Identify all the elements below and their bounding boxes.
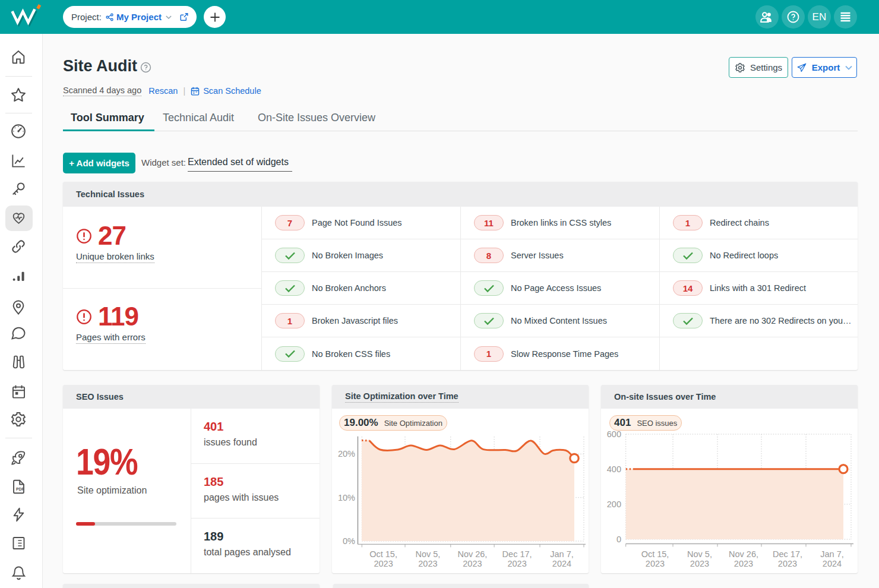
svg-text:Nov 5,: Nov 5, bbox=[415, 549, 440, 559]
svg-text:20%: 20% bbox=[338, 449, 355, 459]
svg-text:2023: 2023 bbox=[734, 559, 753, 568]
svg-text:Jan 7,: Jan 7, bbox=[550, 549, 574, 559]
svg-text:Jan 7,: Jan 7, bbox=[820, 549, 844, 559]
svg-text:PDF: PDF bbox=[16, 487, 24, 491]
svg-text:2023: 2023 bbox=[690, 559, 709, 568]
svg-text:2023: 2023 bbox=[646, 559, 665, 568]
svg-text:Nov 5,: Nov 5, bbox=[687, 549, 712, 559]
svg-text:200: 200 bbox=[607, 500, 621, 509]
svg-text:Oct 15,: Oct 15, bbox=[641, 549, 669, 559]
svg-text:600: 600 bbox=[607, 429, 621, 439]
svg-text:2023: 2023 bbox=[418, 559, 437, 568]
svg-text:Dec 17,: Dec 17, bbox=[773, 549, 802, 559]
svg-text:Nov 26,: Nov 26, bbox=[457, 549, 487, 559]
svg-text:2023: 2023 bbox=[374, 559, 393, 568]
svg-text:0%: 0% bbox=[343, 536, 355, 546]
svg-text:0: 0 bbox=[616, 535, 621, 544]
svg-text:Dec 17,: Dec 17, bbox=[502, 549, 532, 559]
svg-text:400: 400 bbox=[607, 464, 621, 474]
svg-text:10%: 10% bbox=[338, 493, 355, 502]
svg-text:2023: 2023 bbox=[778, 559, 797, 568]
svg-text:2023: 2023 bbox=[507, 559, 526, 568]
svg-text:2024: 2024 bbox=[552, 559, 571, 568]
svg-text:Nov 26,: Nov 26, bbox=[729, 549, 758, 559]
svg-text:2024: 2024 bbox=[823, 559, 842, 568]
svg-text:Oct 15,: Oct 15, bbox=[369, 549, 397, 559]
svg-text:2023: 2023 bbox=[463, 559, 482, 568]
